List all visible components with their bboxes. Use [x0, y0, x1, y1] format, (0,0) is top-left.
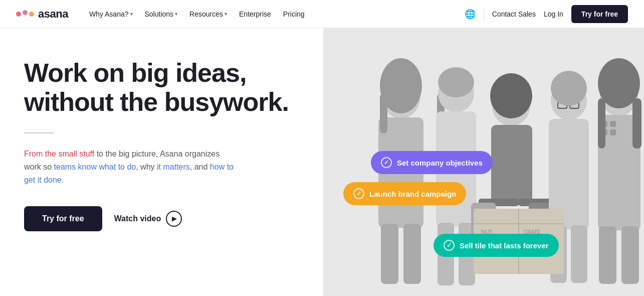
main-content: Work on big ideas, without the busywork.… [0, 28, 644, 296]
svg-rect-4 [403, 224, 421, 284]
hero-divider [24, 132, 54, 133]
svg-rect-6 [380, 93, 387, 133]
check-icon: ✓ [353, 188, 364, 199]
nav-enterprise[interactable]: Enterprise [234, 7, 276, 21]
svg-rect-14 [491, 125, 532, 205]
hero-right: NUT NUT NUT CRATE ✓ Set company objectiv… [323, 28, 644, 296]
chevron-down-icon: ▾ [175, 11, 177, 17]
contact-sales-link[interactable]: Contact Sales [492, 10, 536, 18]
watch-video-button[interactable]: Watch video ▶ [114, 211, 182, 227]
nav-divider [484, 8, 484, 20]
svg-point-12 [438, 67, 474, 97]
logo-text: asana [38, 8, 68, 21]
login-link[interactable]: Log In [544, 10, 563, 18]
svg-rect-38 [632, 98, 641, 149]
try-for-free-button[interactable]: Try for free [24, 206, 102, 231]
nav-why-asana[interactable]: Why Asana? ▾ [84, 7, 138, 21]
hero-left: Work on big ideas, without the busywork.… [0, 28, 323, 296]
chip-launch-campaign: ✓ Launch brand campaign [343, 182, 466, 205]
cta-area: Try for free Watch video ▶ [24, 206, 299, 231]
hero-body: From the small stuff to the big picture,… [24, 147, 235, 186]
nav-resources[interactable]: Resources ▾ [184, 7, 232, 21]
svg-rect-34 [599, 226, 616, 284]
chip-sell-tile: ✓ Sell tile that lasts forever [434, 234, 559, 257]
logo[interactable]: asana [16, 8, 68, 21]
chip-set-objectives: ✓ Set company objectives [371, 151, 493, 174]
globe-icon[interactable]: 🌐 [465, 9, 476, 20]
svg-point-19 [490, 73, 532, 118]
svg-rect-37 [598, 98, 605, 149]
nav-right: 🌐 Contact Sales Log In Try for free [465, 5, 628, 23]
try-for-free-nav-button[interactable]: Try for free [571, 5, 628, 23]
check-icon: ✓ [381, 157, 392, 168]
chevron-down-icon: ▾ [225, 11, 227, 17]
svg-point-27 [551, 71, 587, 106]
logo-icon [16, 12, 34, 17]
nav-pricing[interactable]: Pricing [278, 7, 310, 21]
navigation: asana Why Asana? ▾ Solutions ▾ Resources… [0, 0, 644, 28]
svg-rect-33 [610, 129, 616, 135]
check-icon: ✓ [444, 240, 455, 251]
svg-rect-23 [571, 225, 587, 283]
team-photo: NUT NUT NUT CRATE ✓ Set company objectiv… [323, 28, 644, 296]
svg-rect-31 [610, 121, 616, 127]
hero-title: Work on big ideas, without the busywork. [24, 58, 299, 116]
svg-rect-35 [621, 226, 639, 284]
play-icon: ▶ [166, 211, 182, 227]
chevron-down-icon: ▾ [130, 11, 133, 17]
svg-rect-3 [381, 224, 398, 284]
nav-solutions[interactable]: Solutions ▾ [140, 7, 183, 21]
nav-links: Why Asana? ▾ Solutions ▾ Resources ▾ Ent… [84, 7, 465, 21]
